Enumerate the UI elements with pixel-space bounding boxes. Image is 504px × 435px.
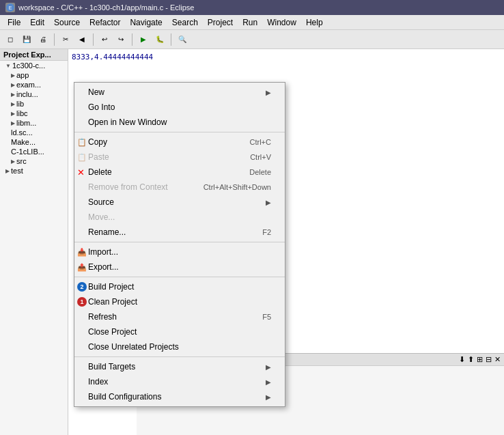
ctx-export[interactable]: 📤 Export... <box>74 259 285 275</box>
ctx-new-label: New <box>88 87 266 97</box>
tree-item-exam[interactable]: ▶ exam... <box>0 80 68 89</box>
tree-label-test: test <box>11 167 23 175</box>
toolbar-btn-save[interactable]: 💾 <box>19 32 34 47</box>
tree-label-inclu: inclu... <box>16 90 38 98</box>
window-title: workspace - C/C++ - 1c300-ch1/app/main.c… <box>18 3 194 12</box>
toolbar-btn-search[interactable]: 🔍 <box>175 32 190 47</box>
ctx-export-label: Export... <box>88 262 271 272</box>
toolbar-btn-undo[interactable]: ↩ <box>97 32 112 47</box>
ctx-rename[interactable]: Rename... F2 <box>74 225 285 240</box>
ctx-delete[interactable]: ✕ Delete Delete <box>74 165 285 180</box>
tree-item-make[interactable]: Make... <box>0 137 68 147</box>
ctx-copy[interactable]: 📋 Copy Ctrl+C <box>74 135 285 150</box>
ctx-index[interactable]: Index ▶ <box>74 374 285 389</box>
ctx-copy-shortcut: Ctrl+C <box>250 138 271 146</box>
ctx-sep-4 <box>74 356 285 357</box>
properties-btn-5[interactable]: ✕ <box>494 355 501 364</box>
app-icon: E <box>5 3 15 12</box>
toolbar-btn-run[interactable]: ▶ <box>136 32 151 47</box>
ctx-source[interactable]: Source ▶ <box>74 195 285 210</box>
ctx-build-targets-label: Build Targets <box>88 362 266 371</box>
toolbar-btn-new[interactable]: ◻ <box>3 32 18 47</box>
tree-item-libc[interactable]: ▶ libc <box>0 109 68 118</box>
ctx-build-configs-label: Build Configurations <box>88 392 266 402</box>
toolbar-btn-debug[interactable]: 🐛 <box>152 32 167 47</box>
tree-arrow-exam: ▶ <box>11 82 15 88</box>
ctx-refresh[interactable]: Refresh F5 <box>74 309 285 324</box>
tree-label-libm: libm... <box>16 119 36 127</box>
title-bar: E workspace - C/C++ - 1c300-ch1/app/main… <box>0 0 504 15</box>
ctx-sep-2 <box>74 242 285 242</box>
ctx-import-label: Import... <box>88 247 271 257</box>
toolbar-separator-3 <box>132 33 132 46</box>
ctx-close-project[interactable]: Close Project <box>74 324 285 339</box>
ctx-open-new-window-label: Open in New Window <box>88 117 271 127</box>
tree-arrow-inclu: ▶ <box>11 92 15 98</box>
ctx-remove-context-label: Remove from Context <box>88 182 190 192</box>
ctx-sep-3 <box>74 277 285 277</box>
ctx-build-project-label: Build Project <box>88 282 271 292</box>
ctx-go-into[interactable]: Go Into <box>74 100 285 115</box>
ctx-build-targets-arrow: ▶ <box>266 363 271 371</box>
menu-project[interactable]: Project <box>203 16 238 29</box>
properties-btn-1[interactable]: ⬇ <box>459 355 465 364</box>
import-icon: 📥 <box>77 248 87 257</box>
menu-refactor[interactable]: Refactor <box>85 16 125 29</box>
ctx-sep-1 <box>74 132 285 132</box>
tree-label-1c300: 1c300-c... <box>12 61 45 70</box>
menu-help[interactable]: Help <box>301 16 328 29</box>
ctx-build-configs-arrow: ▶ <box>266 393 271 401</box>
delete-x-icon: ✕ <box>77 167 85 178</box>
toolbar-btn-redo[interactable]: ↪ <box>113 32 128 47</box>
ctx-delete-label: Delete <box>88 167 236 177</box>
menu-file[interactable]: File <box>3 16 25 29</box>
ctx-remove-context: Remove from Context Ctrl+Alt+Shift+Down <box>74 180 285 195</box>
tree-arrow-1c300: ▼ <box>5 63 11 69</box>
tree-item-inclu[interactable]: ▶ inclu... <box>0 89 68 99</box>
tree-item-libm[interactable]: ▶ libm... <box>0 118 68 128</box>
ctx-clean-project[interactable]: 1 Clean Project <box>74 294 285 309</box>
ctx-build-configs[interactable]: Build Configurations ▶ <box>74 389 285 404</box>
tree-item-test[interactable]: ▶ test <box>0 166 68 176</box>
ctx-remove-context-shortcut: Ctrl+Alt+Shift+Down <box>204 183 271 191</box>
tree-item-app[interactable]: ▶ app <box>0 70 68 80</box>
tree-arrow-test: ▶ <box>5 168 10 174</box>
tree-item-c1clib[interactable]: C-1cLIB... <box>0 147 68 156</box>
ctx-open-new-window[interactable]: Open in New Window <box>74 115 285 130</box>
toolbar-btn-cut[interactable]: ✂ <box>58 32 73 47</box>
properties-btn-2[interactable]: ⬆ <box>468 355 474 364</box>
tree-item-ldsc[interactable]: ld.sc... <box>0 128 68 137</box>
tree-arrow-src: ▶ <box>11 158 15 165</box>
ctx-rename-shortcut: F2 <box>262 228 271 236</box>
ctx-paste-label: Paste <box>88 152 236 162</box>
tree-label-app: app <box>16 71 29 79</box>
toolbar: ◻ 💾 🖨 ✂ ◀ ↩ ↪ ▶ 🐛 🔍 <box>0 30 504 49</box>
ctx-source-arrow: ▶ <box>266 199 271 206</box>
menu-source[interactable]: Source <box>49 16 85 29</box>
ctx-refresh-shortcut: F5 <box>262 313 271 321</box>
menu-navigate[interactable]: Navigate <box>125 16 167 29</box>
editor-line-1: 8333,4.44444444444 <box>72 53 153 61</box>
clean-project-badge: 1 <box>77 297 87 307</box>
toolbar-separator-2 <box>93 33 94 46</box>
menu-run[interactable]: Run <box>238 16 262 29</box>
menu-window[interactable]: Window <box>262 16 301 29</box>
toolbar-btn-prev[interactable]: ◀ <box>74 32 89 47</box>
ctx-import[interactable]: 📥 Import... <box>74 244 285 259</box>
toolbar-separator-1 <box>54 33 55 46</box>
toolbar-btn-print[interactable]: 🖨 <box>36 32 51 47</box>
properties-btn-3[interactable]: ⊞ <box>477 355 483 364</box>
menu-edit[interactable]: Edit <box>25 16 49 29</box>
ctx-new[interactable]: New ▶ <box>74 85 285 100</box>
ctx-close-unrelated[interactable]: Close Unrelated Projects <box>74 339 285 354</box>
tree-item-lib[interactable]: ▶ lib <box>0 99 68 109</box>
ctx-close-unrelated-label: Close Unrelated Projects <box>88 342 271 352</box>
ctx-build-project[interactable]: 2 Build Project <box>74 279 285 294</box>
copy-icon: 📋 <box>77 138 87 147</box>
ctx-build-targets[interactable]: Build Targets ▶ <box>74 359 285 374</box>
tree-item-src[interactable]: ▶ src <box>0 156 68 166</box>
tree-item-1c300[interactable]: ▼ 1c300-c... <box>0 61 68 70</box>
tree-label-c1clib: C-1cLIB... <box>11 148 44 156</box>
menu-search[interactable]: Search <box>167 16 203 29</box>
properties-btn-4[interactable]: ⊟ <box>486 355 492 364</box>
